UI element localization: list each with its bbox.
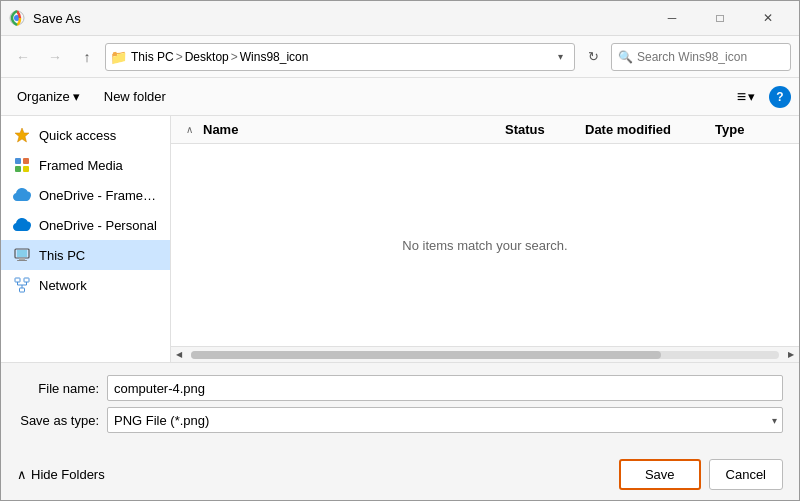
sidebar-item-onedrive-framed[interactable]: OneDrive - Framed M bbox=[1, 180, 170, 210]
title-bar: Save As ─ □ ✕ bbox=[1, 1, 799, 36]
back-button[interactable]: ← bbox=[9, 43, 37, 71]
organize-button[interactable]: Organize ▾ bbox=[9, 85, 88, 108]
svg-rect-9 bbox=[19, 258, 25, 260]
svg-rect-11 bbox=[15, 278, 20, 282]
up-button[interactable]: ↑ bbox=[73, 43, 101, 71]
framed-media-label: Framed Media bbox=[39, 158, 123, 173]
maximize-button[interactable]: □ bbox=[697, 1, 743, 36]
breadcrumb-desktop: Desktop bbox=[185, 50, 229, 64]
svg-rect-6 bbox=[23, 166, 29, 172]
address-bar[interactable]: 📁 This PC > Desktop > Wins98_icon ▾ bbox=[105, 43, 575, 71]
cloud-framed-icon bbox=[13, 186, 31, 204]
breadcrumb-folder: Wins98_icon bbox=[240, 50, 309, 64]
onedrive-framed-label: OneDrive - Framed M bbox=[39, 188, 158, 203]
file-name-label: File name: bbox=[17, 381, 107, 396]
action-buttons: Save Cancel bbox=[619, 459, 783, 490]
new-folder-label: New folder bbox=[104, 89, 166, 104]
file-name-row: File name: bbox=[17, 375, 783, 401]
save-as-type-wrapper[interactable]: PNG File (*.png) JPEG File (*.jpg) BMP F… bbox=[107, 407, 783, 433]
main-content: Quick access Framed Media bbox=[1, 116, 799, 362]
column-date-modified[interactable]: Date modified bbox=[581, 120, 711, 139]
hide-folders-icon: ∧ bbox=[17, 467, 27, 482]
this-pc-label: This PC bbox=[39, 248, 85, 263]
breadcrumb: This PC > Desktop > Wins98_icon bbox=[131, 50, 546, 64]
svg-rect-3 bbox=[15, 158, 21, 164]
save-as-type-label: Save as type: bbox=[17, 413, 107, 428]
save-type-row: Save as type: PNG File (*.png) JPEG File… bbox=[17, 407, 783, 433]
network-label: Network bbox=[39, 278, 87, 293]
grid-icon bbox=[13, 156, 31, 174]
scrollbar-track[interactable] bbox=[191, 351, 779, 359]
hide-folders-label: Hide Folders bbox=[31, 467, 105, 482]
search-bar[interactable]: 🔍 bbox=[611, 43, 791, 71]
svg-rect-8 bbox=[17, 250, 27, 257]
close-button[interactable]: ✕ bbox=[745, 1, 791, 36]
scroll-right-button[interactable]: ▶ bbox=[783, 347, 799, 363]
organize-dropdown-icon: ▾ bbox=[73, 89, 80, 104]
file-area: ∧ Name Status Date modified Type No item… bbox=[171, 116, 799, 362]
sidebar-item-this-pc[interactable]: This PC bbox=[1, 240, 170, 270]
expand-icon[interactable]: ∧ bbox=[179, 124, 199, 135]
network-icon bbox=[13, 276, 31, 294]
file-name-input[interactable] bbox=[107, 375, 783, 401]
cloud-personal-icon bbox=[13, 216, 31, 234]
svg-rect-5 bbox=[15, 166, 21, 172]
help-button[interactable]: ? bbox=[769, 86, 791, 108]
svg-rect-4 bbox=[23, 158, 29, 164]
cancel-button[interactable]: Cancel bbox=[709, 459, 783, 490]
file-list: No items match your search. bbox=[171, 144, 799, 346]
sidebar-item-network[interactable]: Network bbox=[1, 270, 170, 300]
address-dropdown-icon[interactable]: ▾ bbox=[550, 51, 570, 62]
svg-marker-2 bbox=[15, 128, 29, 142]
forward-button[interactable]: → bbox=[41, 43, 69, 71]
column-name[interactable]: Name bbox=[199, 120, 501, 139]
folder-icon: 📁 bbox=[110, 49, 127, 65]
organize-label: Organize bbox=[17, 89, 70, 104]
search-icon: 🔍 bbox=[618, 50, 633, 64]
scroll-left-button[interactable]: ◀ bbox=[171, 347, 187, 363]
quick-access-label: Quick access bbox=[39, 128, 116, 143]
star-icon bbox=[13, 126, 31, 144]
app-icon bbox=[9, 10, 25, 26]
toolbar: Organize ▾ New folder ≡ ▾ ? bbox=[1, 78, 799, 116]
title-controls: ─ □ ✕ bbox=[649, 1, 791, 36]
view-icon: ≡ bbox=[737, 88, 746, 106]
refresh-button[interactable]: ↻ bbox=[579, 43, 607, 71]
save-button[interactable]: Save bbox=[619, 459, 701, 490]
sidebar-item-quick-access[interactable]: Quick access bbox=[1, 120, 170, 150]
sidebar-item-onedrive-personal[interactable]: OneDrive - Personal bbox=[1, 210, 170, 240]
svg-rect-13 bbox=[20, 288, 25, 292]
view-button[interactable]: ≡ ▾ bbox=[731, 84, 761, 110]
horizontal-scrollbar[interactable]: ◀ ▶ bbox=[171, 346, 799, 362]
onedrive-personal-label: OneDrive - Personal bbox=[39, 218, 157, 233]
svg-rect-12 bbox=[24, 278, 29, 282]
svg-rect-10 bbox=[17, 260, 27, 261]
minimize-button[interactable]: ─ bbox=[649, 1, 695, 36]
navigation-bar: ← → ↑ 📁 This PC > Desktop > Wins98_icon … bbox=[1, 36, 799, 78]
bottom-bar: ∧ Hide Folders Save Cancel bbox=[1, 451, 799, 500]
title-text: Save As bbox=[33, 11, 81, 26]
bottom-form: File name: Save as type: PNG File (*.png… bbox=[1, 362, 799, 451]
view-dropdown-icon: ▾ bbox=[748, 89, 755, 104]
sidebar-item-framed-media[interactable]: Framed Media bbox=[1, 150, 170, 180]
file-list-header: ∧ Name Status Date modified Type bbox=[171, 116, 799, 144]
breadcrumb-thispc: This PC bbox=[131, 50, 174, 64]
empty-message: No items match your search. bbox=[402, 238, 567, 253]
column-type[interactable]: Type bbox=[711, 120, 791, 139]
hide-folders-button[interactable]: ∧ Hide Folders bbox=[17, 467, 105, 482]
sidebar: Quick access Framed Media bbox=[1, 116, 171, 362]
column-status[interactable]: Status bbox=[501, 120, 581, 139]
new-folder-button[interactable]: New folder bbox=[96, 85, 174, 108]
search-input[interactable] bbox=[637, 50, 787, 64]
pc-icon bbox=[13, 246, 31, 264]
save-as-type-select[interactable]: PNG File (*.png) JPEG File (*.jpg) BMP F… bbox=[107, 407, 783, 433]
